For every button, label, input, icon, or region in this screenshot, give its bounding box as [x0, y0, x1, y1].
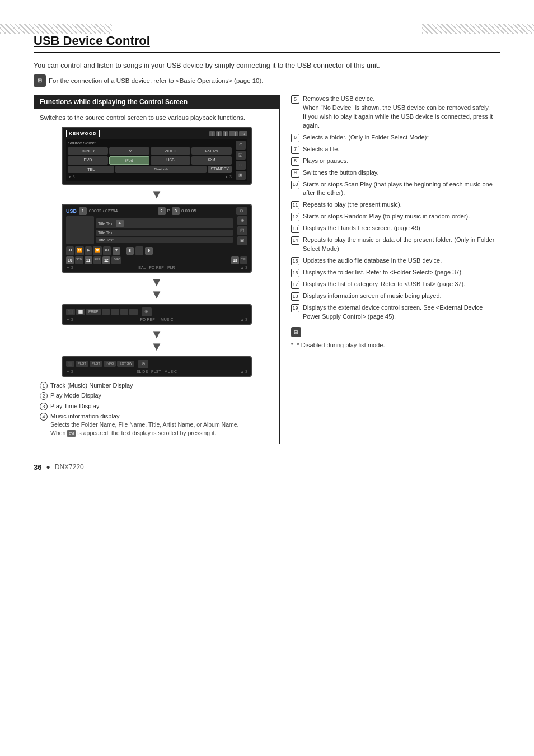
top-decoration	[0, 24, 534, 34]
s3-btn3[interactable]: —	[102, 309, 110, 315]
item-text-15: Updates the audio file database in the U…	[303, 256, 500, 265]
uc-prev-prev[interactable]: ⏮	[66, 246, 74, 255]
page-number: 36	[34, 463, 41, 472]
s4-footer: ▼ 3 SLIDE PLST MUSIC ▲ 3	[66, 370, 247, 374]
s4-vol: ▼ 3	[66, 370, 73, 374]
lbl-eal: EAL	[138, 265, 146, 269]
corner-mark-tr	[512, 6, 528, 22]
right-item-17: 17 Displays the list of category. Refer …	[291, 280, 500, 289]
circle-1: 1	[40, 382, 48, 390]
s4-btn-extsw[interactable]: EXT SW	[117, 361, 134, 367]
label-item-3: 3 Play Time Display	[40, 402, 274, 410]
right-item-6: 6 Selects a folder. (Only in Folder Sele…	[291, 133, 500, 142]
item-text-7: Selects a file.	[303, 145, 500, 154]
uc-prev[interactable]: ⏪	[75, 246, 84, 255]
src-dvd[interactable]: DVD	[68, 156, 108, 165]
s4-btn-plst2[interactable]: PLST	[90, 361, 102, 367]
usb-side-icon[interactable]: ⊙	[236, 207, 247, 215]
top-btn-5[interactable]: ↑↓	[239, 131, 247, 136]
s3-btn4[interactable]: —	[111, 309, 119, 315]
right-items-list: 5 Removes the USB device.When "No Device…	[291, 95, 500, 321]
label-text-2: Play Mode Display	[50, 391, 274, 400]
functions-box: Functions while displaying the Control S…	[34, 95, 280, 444]
src-tel[interactable]: TEL	[68, 166, 114, 173]
s3-labels: FO-REP MUSIC	[140, 318, 173, 321]
s3-btn1[interactable]: ⬛	[66, 309, 75, 315]
src-ipod[interactable]: iPod	[109, 156, 149, 165]
badge-1: 1	[79, 207, 87, 215]
src-sxm[interactable]: SXM	[191, 156, 232, 165]
src-standby[interactable]: STANDBY	[208, 166, 232, 173]
uc-rep[interactable]: REP	[93, 256, 101, 264]
uc-scn[interactable]: SCN	[75, 256, 83, 264]
badge-13: 13	[231, 256, 239, 264]
src-video[interactable]: VIDEO	[151, 147, 191, 155]
usb-footer: ▼ 3 EAL FO-REP PLR ▲ 3	[66, 265, 247, 269]
s3-btn2[interactable]: ⬜	[76, 309, 85, 315]
s4-btn-info[interactable]: INFO	[104, 361, 116, 367]
vol-right: ▲ 3	[224, 175, 232, 179]
right-item-5: 5 Removes the USB device.When "No Device…	[291, 95, 500, 130]
right-item-7: 7 Selects a file.	[291, 145, 500, 154]
right-item-19: 19 Displays the external device control …	[291, 304, 500, 321]
badge-9: 9	[145, 247, 153, 255]
uc-pause[interactable]: ⏸	[135, 246, 143, 255]
side-icon-2[interactable]: ◱	[236, 151, 246, 160]
uc-next[interactable]: ⏩	[93, 246, 102, 255]
uc-next-next[interactable]: ⏭	[103, 246, 111, 255]
right-item-14: 14 Repeats to play the music or data of …	[291, 236, 500, 254]
note-icon-small: ⊞	[291, 327, 301, 337]
side-icon-4[interactable]: ▣	[236, 171, 246, 180]
side-icon-3[interactable]: ⊕	[236, 161, 246, 170]
arrow-3: ▼▼	[40, 328, 274, 353]
sq-17: 17	[291, 281, 299, 289]
screen3-row: ⬛ ⬜ PREP — — — — ⊙	[66, 307, 247, 316]
source-row1: TUNER TV VIDEO EXT SW	[68, 147, 232, 155]
sq-16: 16	[291, 269, 299, 277]
uc-play[interactable]: ▶	[85, 246, 92, 255]
s4-btn-plst1[interactable]: PLST	[76, 361, 88, 367]
s3-side[interactable]: ⊙	[142, 307, 152, 316]
side-icon-1[interactable]: ⊙	[236, 141, 246, 150]
usb-side-1[interactable]: ⊕	[237, 216, 247, 225]
src-tuner[interactable]: TUNER	[68, 147, 108, 155]
uc-idrv[interactable]: i.DRV	[111, 256, 121, 264]
page-model: DNX7220	[55, 463, 84, 471]
src-ext[interactable]: EXT SW	[191, 147, 232, 155]
item-text-16: Displays the folder list. Refer to <Fold…	[303, 268, 500, 277]
badge-8: 8	[126, 247, 134, 255]
corner-mark-bl	[6, 734, 22, 750]
src-tv[interactable]: TV	[109, 147, 149, 155]
s4-btn1[interactable]: ⬛	[66, 361, 74, 367]
s3-prep[interactable]: PREP	[86, 309, 101, 315]
src-bt[interactable]: Bluetooth	[115, 166, 207, 173]
top-btn-3[interactable]: |	[223, 131, 228, 136]
bullet: ●	[46, 463, 50, 471]
track-text-area: Title Text 4 Title Text Title Text	[96, 216, 233, 245]
s3-btn5[interactable]: —	[120, 309, 129, 315]
label-sub-4: Selects the Folder Name, File Name, TItl…	[50, 421, 239, 437]
page-title: USB Device Control	[34, 34, 500, 53]
s3-lbl2: MUSIC	[161, 318, 174, 321]
sq-18: 18	[291, 292, 299, 301]
ovl-icon: ovl	[67, 430, 76, 437]
functions-box-body: Switches to the source control screen to…	[34, 109, 279, 444]
top-btn-4[interactable]: |–|	[229, 131, 238, 136]
top-btn-2[interactable]: |	[216, 131, 222, 136]
usb-side-3[interactable]: ▣	[237, 236, 247, 245]
usb-side-2[interactable]: ◱	[237, 226, 247, 235]
functions-desc: Switches to the source control screen to…	[40, 113, 274, 122]
top-btn-1[interactable]: |	[209, 131, 215, 136]
note-icon: ⊞	[34, 74, 46, 87]
usb-vol: ▼ 3	[66, 265, 73, 269]
lbl-forep: FO-REP	[149, 265, 164, 269]
item-text-18: Displays information screen of music bei…	[303, 292, 500, 301]
s3-btn6[interactable]: —	[129, 309, 138, 315]
usb-track-info: USB 1 00002 / 02794	[66, 207, 118, 215]
s4-side[interactable]: ⊙	[138, 360, 148, 368]
circle-3: 3	[40, 403, 48, 410]
track-line-2: Title Text	[96, 230, 233, 236]
src-usb[interactable]: USB	[151, 156, 191, 165]
uc-tel[interactable]: TEL	[240, 256, 247, 264]
item-text-10: Starts or stops Scan Play (that plays th…	[303, 180, 500, 198]
